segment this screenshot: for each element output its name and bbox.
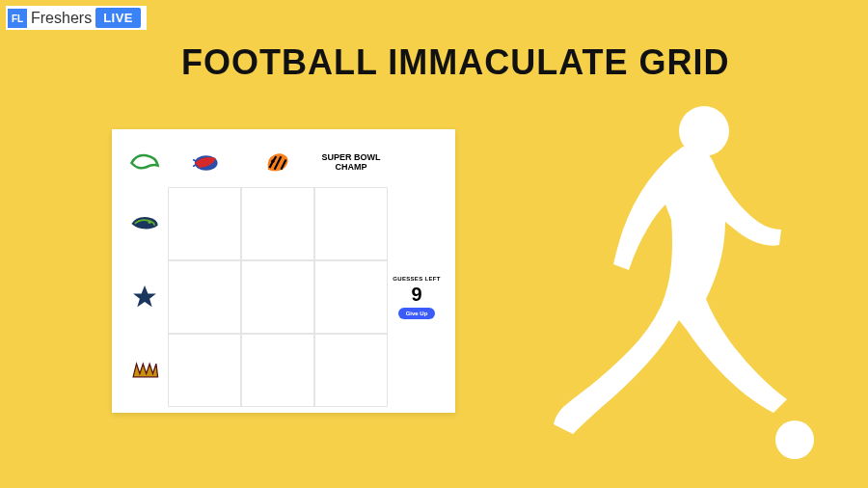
guesses-panel: GUESSES LEFT 9 Give Up bbox=[388, 260, 446, 334]
row-header-seahawks bbox=[122, 187, 168, 260]
svg-point-5 bbox=[775, 420, 814, 459]
svg-point-2 bbox=[271, 160, 274, 163]
row-header-commanders bbox=[122, 334, 168, 407]
bengals-logo-icon bbox=[261, 147, 294, 179]
guesses-count: 9 bbox=[411, 284, 421, 306]
cowboys-logo-icon bbox=[128, 281, 161, 313]
brand-logo: FL Freshers LIVE bbox=[6, 6, 147, 30]
row-header-cowboys bbox=[122, 260, 168, 334]
seahawks-logo-icon bbox=[128, 207, 161, 240]
grid-cell[interactable] bbox=[241, 260, 314, 334]
grid-cell[interactable] bbox=[241, 334, 314, 407]
col-header-bills bbox=[168, 139, 241, 187]
grid-cell[interactable] bbox=[168, 187, 241, 260]
guesses-label: GUESSES LEFT bbox=[393, 276, 440, 282]
col-header-superbowl: SUPER BOWL CHAMP bbox=[314, 139, 388, 187]
grid-cell[interactable] bbox=[314, 334, 388, 407]
commanders-logo-icon bbox=[128, 354, 161, 387]
grid-spacer bbox=[388, 139, 446, 187]
brand-name: Freshers bbox=[31, 10, 92, 27]
grid-logo-icon bbox=[128, 150, 161, 176]
svg-text:FL: FL bbox=[12, 14, 23, 24]
grid-cell[interactable] bbox=[168, 260, 241, 334]
svg-point-3 bbox=[148, 221, 150, 224]
grid-cell[interactable] bbox=[168, 334, 241, 407]
grid-cell[interactable] bbox=[314, 187, 388, 260]
grid-table: SUPER BOWL CHAMP GUESSES LEFT 9 Give Up bbox=[122, 139, 446, 407]
grid-cell[interactable] bbox=[241, 187, 314, 260]
col-header-bengals bbox=[241, 139, 314, 187]
grid-spacer bbox=[388, 187, 446, 260]
football-player-silhouette bbox=[521, 95, 849, 480]
live-badge: LIVE bbox=[95, 8, 141, 28]
page-title: FOOTBALL IMMACULATE GRID bbox=[181, 42, 730, 83]
grid-spacer bbox=[388, 334, 446, 407]
bills-logo-icon bbox=[188, 147, 221, 179]
grid-corner bbox=[122, 139, 168, 187]
immaculate-grid-card: SUPER BOWL CHAMP GUESSES LEFT 9 Give Up bbox=[112, 129, 455, 413]
brand-icon: FL bbox=[8, 9, 27, 28]
give-up-button[interactable]: Give Up bbox=[398, 308, 436, 319]
grid-cell[interactable] bbox=[314, 260, 388, 334]
